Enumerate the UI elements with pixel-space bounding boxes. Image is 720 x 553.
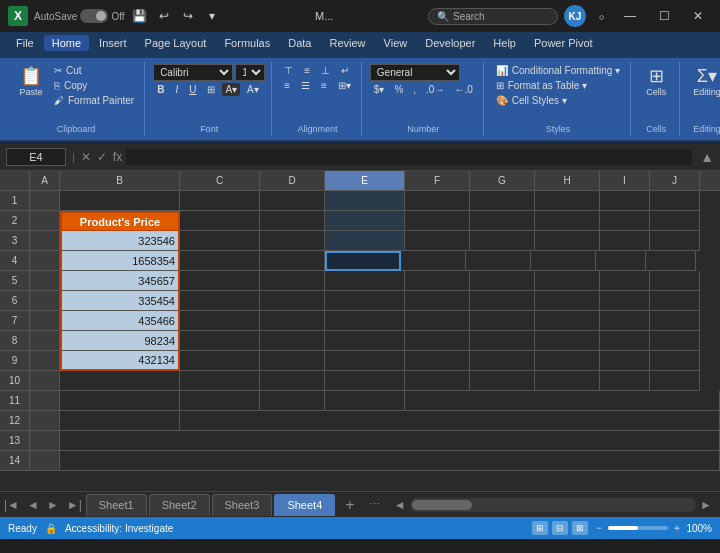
cell-a4[interactable] [30,251,60,271]
cell-d6[interactable] [260,291,325,311]
increase-decimal-button[interactable]: .0→ [422,83,448,96]
cell-a11[interactable] [30,391,60,411]
row-header-6[interactable]: 6 [0,291,30,311]
cell-h7[interactable] [535,311,600,331]
cell-f10[interactable] [405,371,470,391]
cell-d11[interactable] [260,391,325,411]
cell-e3[interactable] [325,231,405,251]
formula-confirm-icon[interactable]: ✓ [97,150,107,164]
cell-h10[interactable] [535,371,600,391]
align-bottom-button[interactable]: ⊥ [317,64,334,77]
font-color-button[interactable]: A▾ [243,83,263,96]
conditional-formatting-button[interactable]: 📊 Conditional Formatting ▾ [492,64,624,77]
new-sheet-button[interactable]: + [337,496,362,514]
cell-a3[interactable] [30,231,60,251]
menu-help[interactable]: Help [485,35,524,51]
row-header-12[interactable]: 12 [0,411,30,431]
menu-data[interactable]: Data [280,35,319,51]
cell-g5[interactable] [470,271,535,291]
cell-a12[interactable] [30,411,60,431]
align-top-button[interactable]: ⊤ [280,64,297,77]
cell-c2[interactable] [180,211,260,231]
cell-f5[interactable] [405,271,470,291]
cell-e2[interactable] [325,211,405,231]
cell-g7[interactable] [470,311,535,331]
cell-c5[interactable] [180,271,260,291]
cell-f4[interactable] [401,251,466,271]
row-header-9[interactable]: 9 [0,351,30,371]
col-header-b[interactable]: B [60,171,180,191]
next-sheet-button[interactable]: ► [43,498,63,512]
cell-a10[interactable] [30,371,60,391]
cell-g6[interactable] [470,291,535,311]
comma-button[interactable]: , [409,83,420,96]
sheet-tab-sheet4[interactable]: Sheet4 [274,494,335,516]
cell-d8[interactable] [260,331,325,351]
cell-j7[interactable] [650,311,700,331]
cell-a2[interactable] [30,211,60,231]
cell-b2[interactable]: Product's Price [60,211,180,231]
cell-c1[interactable] [180,191,260,211]
font-family-select[interactable]: Calibri [153,64,233,81]
row-header-10[interactable]: 10 [0,371,30,391]
font-size-select[interactable]: 11 [235,64,265,81]
sheet-tab-sheet3[interactable]: Sheet3 [212,494,273,516]
sheet-tab-sheet1[interactable]: Sheet1 [86,494,147,516]
more-commands-icon[interactable]: ▾ [203,7,221,25]
format-as-table-button[interactable]: ⊞ Format as Table ▾ [492,79,624,92]
formula-cancel-icon[interactable]: ✕ [81,150,91,164]
cell-rest-12[interactable] [180,411,720,431]
ribbon-display-icon[interactable]: ⬦ [592,7,610,25]
cut-button[interactable]: ✂ Cut [50,64,138,77]
col-header-i[interactable]: I [600,171,650,191]
cell-b6[interactable]: 335454 [60,291,180,311]
cell-i10[interactable] [600,371,650,391]
cell-c4[interactable] [180,251,260,271]
scroll-left-button[interactable]: ◄ [394,498,406,512]
row-header-7[interactable]: 7 [0,311,30,331]
cell-h4[interactable] [531,251,596,271]
cell-e10[interactable] [325,371,405,391]
cell-f6[interactable] [405,291,470,311]
cell-e8[interactable] [325,331,405,351]
cell-e6[interactable] [325,291,405,311]
cell-b3[interactable]: 323546 [60,231,180,251]
cell-j1[interactable] [650,191,700,211]
redo-icon[interactable]: ↪ [179,7,197,25]
normal-view-button[interactable]: ⊞ [532,521,548,535]
search-box[interactable]: 🔍 Search [428,8,558,25]
cell-e1[interactable] [325,191,405,211]
cell-i6[interactable] [600,291,650,311]
bold-button[interactable]: B [153,83,168,96]
cell-rest-11[interactable] [405,391,720,411]
cell-g8[interactable] [470,331,535,351]
minimize-button[interactable]: — [616,2,644,30]
cell-a7[interactable] [30,311,60,331]
cell-d9[interactable] [260,351,325,371]
cell-d4[interactable] [260,251,325,271]
formula-input[interactable] [126,149,692,165]
cell-h2[interactable] [535,211,600,231]
autosave-switch[interactable] [80,9,108,23]
cell-d2[interactable] [260,211,325,231]
row-header-2[interactable]: 2 [0,211,30,231]
cell-c8[interactable] [180,331,260,351]
cell-b11[interactable] [60,391,180,411]
cell-b1[interactable] [60,191,180,211]
align-middle-button[interactable]: ≡ [300,64,314,77]
cell-d10[interactable] [260,371,325,391]
cell-j4[interactable] [646,251,696,271]
menu-developer[interactable]: Developer [417,35,483,51]
col-header-a[interactable]: A [30,171,60,191]
cell-d7[interactable] [260,311,325,331]
cell-b5[interactable]: 345657 [60,271,180,291]
wrap-text-button[interactable]: ↵ [337,64,353,77]
paste-button[interactable]: 📋 Paste [14,64,48,100]
row-header-13[interactable]: 13 [0,431,30,451]
cell-b7[interactable]: 435466 [60,311,180,331]
cell-c10[interactable] [180,371,260,391]
cell-g3[interactable] [470,231,535,251]
cell-i7[interactable] [600,311,650,331]
cell-i5[interactable] [600,271,650,291]
cell-i2[interactable] [600,211,650,231]
